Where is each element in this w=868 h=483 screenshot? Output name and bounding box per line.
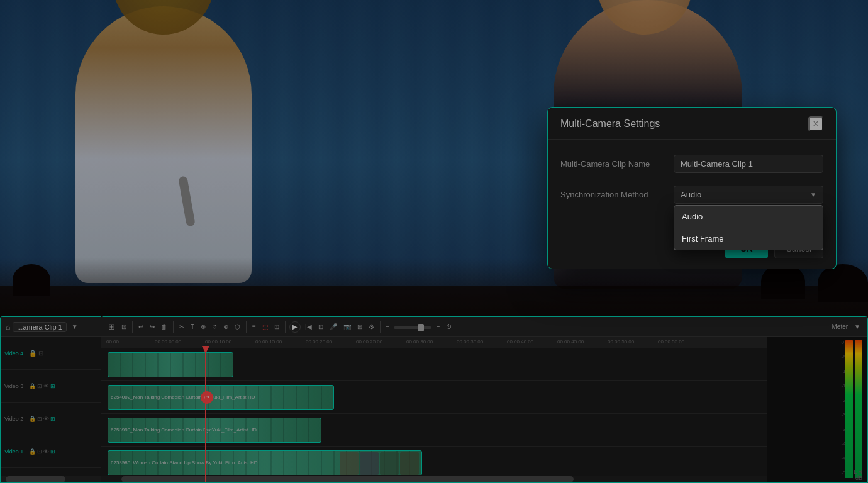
sync-method-value: Audio — [681, 190, 701, 199]
cam-icon[interactable]: ⊡ — [272, 322, 281, 331]
dialog-header: Multi-Camera Settings × — [548, 108, 836, 140]
timeline-panel: ⊞ ⊡ ↩ ↪ 🗑 ✂ T ⊕ ↺ ⊗ ⬡ ≡ ⬚ ⊡ ▶ |◀ ⊡ 🎤 📷 ⊞… — [101, 316, 868, 483]
track-row-video1: 6253985_Woman Curtain Stand Up Show By Y… — [101, 447, 767, 479]
split-icon[interactable]: ⊞ — [355, 322, 364, 331]
play-icon[interactable]: ▶ — [289, 321, 301, 333]
delete-icon[interactable]: 🗑 — [159, 322, 169, 331]
clip-video1[interactable]: 6253985_Woman Curtain Stand Up Show By Y… — [108, 450, 422, 475]
clip-name-field: Multi-Camera Clip Name — [560, 155, 823, 173]
track-controls-panel: ⌂ ...amera Clip 1 ▼ Video 4 🔒 ⊡ Video 3 … — [0, 316, 101, 483]
track-label-video1: Video 1 🔒 ⊡ 👁 ⊞ — [1, 435, 101, 468]
view-icon-v3[interactable]: ⊞ — [50, 383, 55, 389]
meter-arrow[interactable]: ▼ — [852, 322, 862, 331]
clip-icon-v1[interactable]: ⊡ — [37, 448, 42, 455]
meter-bars — [845, 340, 862, 478]
clock-icon[interactable]: ⏱ — [444, 322, 454, 331]
undo-icon[interactable]: ↩ — [136, 322, 145, 331]
timeline-h-scrollbar[interactable] — [101, 476, 767, 482]
dropdown-option-first-frame[interactable]: First Frame — [674, 228, 823, 250]
sync-method-select[interactable]: Audio ▼ — [674, 186, 823, 204]
time-4: 00:00:20:00 — [306, 339, 332, 345]
time-ruler: 00:00 00:00:05:00 00:00:10:00 00:00:15:0… — [101, 337, 767, 348]
tracks-area: 6254002_Man Talking Comedian Curtain By … — [101, 348, 767, 482]
timeline-content-area: 00:00 00:00:05:00 00:00:10:00 00:00:15:0… — [101, 337, 867, 482]
text-icon[interactable]: T — [189, 322, 196, 331]
settings-icon[interactable]: ⚙ — [367, 322, 376, 331]
lock-icon[interactable]: 🔒 — [29, 350, 36, 357]
time-10: 00:00:50:00 — [608, 339, 634, 345]
time-7: 00:00:35:00 — [457, 339, 483, 345]
lock-icon-v2[interactable]: 🔒 — [29, 416, 36, 422]
track-row-video2: 6253990_Man Talking Comedian Curtain Bye… — [101, 414, 767, 447]
multi-cam-icon[interactable]: ⊞ — [106, 321, 117, 333]
meter-bar-r — [855, 340, 862, 478]
cut-marker-v3[interactable]: ✂ — [201, 391, 213, 404]
time-11: 00:00:55:00 — [658, 339, 684, 345]
track-label-video4: Video 4 🔒 ⊡ — [1, 337, 101, 370]
eye-icon-v1[interactable]: 👁 — [43, 448, 49, 455]
stop-icon[interactable]: ⊡ — [316, 322, 325, 331]
time-0: 00:00 — [106, 339, 119, 345]
dialog-body: Multi-Camera Clip Name Synchronization M… — [548, 140, 836, 231]
clip-name-display[interactable]: ...amera Clip 1 — [13, 322, 67, 332]
prev-icon[interactable]: |◀ — [303, 322, 314, 331]
sync-dropdown-arrow: ▼ — [810, 191, 816, 198]
db-label: dB — [855, 475, 862, 481]
clip-icon-v3[interactable]: ⊡ — [37, 383, 42, 389]
clip-icon-v2[interactable]: ⊡ — [37, 416, 42, 422]
track-row-video4 — [101, 348, 767, 381]
time-9: 00:00:45:00 — [557, 339, 584, 345]
timeline-toolbar: ⊞ ⊡ ↩ ↪ 🗑 ✂ T ⊕ ↺ ⊗ ⬡ ≡ ⬚ ⊡ ▶ |◀ ⊡ 🎤 📷 ⊞… — [101, 317, 867, 337]
time-8: 00:00:40:00 — [507, 339, 533, 345]
time-5: 00:00:25:00 — [356, 339, 382, 345]
lock-icon-v3[interactable]: 🔒 — [29, 383, 36, 389]
h-scrollbar[interactable] — [1, 476, 101, 482]
clip-name-input[interactable] — [674, 155, 823, 173]
zoom-slider[interactable] — [394, 326, 431, 329]
track-label-video2: Video 2 🔒 ⊡ 👁 ⊞ — [1, 402, 101, 435]
sync-method-dropdown[interactable]: Audio First Frame — [674, 205, 823, 250]
grid-icon[interactable]: ⬚ — [260, 322, 270, 331]
time-3: 00:00:15:00 — [255, 339, 282, 345]
eye-icon-v2[interactable]: 👁 — [43, 416, 49, 422]
dialog-close-button[interactable]: × — [808, 116, 823, 131]
link-icon[interactable]: ⊡ — [120, 322, 128, 331]
clip-icon[interactable]: ⊡ — [38, 350, 43, 357]
track-label-video3: Video 3 🔒 ⊡ 👁 ⊞ — [1, 370, 101, 402]
sync-method-field: Synchronization Method Audio ▼ Audio Fir… — [560, 186, 823, 204]
multicam-settings-dialog[interactable]: Multi-Camera Settings × Multi-Camera Cli… — [547, 107, 837, 269]
meter-label: Meter — [830, 322, 850, 331]
cut-icon[interactable]: ✂ — [177, 322, 186, 331]
dialog-title: Multi-Camera Settings — [560, 118, 660, 130]
sync-method-select-wrapper: Audio ▼ Audio First Frame — [674, 186, 823, 204]
align-icon[interactable]: ≡ — [250, 322, 258, 331]
cam2-icon[interactable]: 📷 — [342, 322, 353, 331]
time-6: 00:00:30:00 — [406, 339, 433, 345]
view-icon-v2[interactable]: ⊞ — [50, 416, 55, 422]
sync-method-label: Synchronization Method — [560, 190, 674, 199]
add-icon[interactable]: ⊕ — [199, 322, 208, 331]
minus-icon[interactable]: − — [384, 322, 392, 331]
plus-icon[interactable]: + — [434, 322, 442, 331]
clip-name-label: Multi-Camera Clip Name — [560, 159, 674, 169]
clip-video2[interactable]: 6253990_Man Talking Comedian Curtain Bye… — [108, 418, 321, 443]
loop-icon[interactable]: ↺ — [210, 322, 219, 331]
home-icon[interactable]: ⌂ — [6, 323, 10, 331]
eye-icon-v3[interactable]: 👁 — [43, 383, 49, 389]
meter-panel: 0 -6 -12 -18 -24 -30 -36 -42 -48 -54 L R… — [767, 337, 867, 482]
dropdown-option-audio[interactable]: Audio — [674, 206, 823, 228]
view-icon-v1[interactable]: ⊞ — [50, 448, 55, 455]
clip-video4[interactable] — [108, 352, 233, 377]
clip-video3[interactable]: 6254002_Man Talking Comedian Curtain By … — [108, 385, 334, 410]
shape-icon[interactable]: ⬡ — [233, 322, 242, 331]
clip-dropdown-arrow[interactable]: ▼ — [72, 323, 78, 330]
close-icon[interactable]: ⊗ — [221, 322, 230, 331]
lock-icon-v1[interactable]: 🔒 — [29, 448, 36, 455]
tracks-region: 00:00 00:00:05:00 00:00:10:00 00:00:15:0… — [101, 337, 767, 482]
mic-icon[interactable]: 🎤 — [328, 322, 339, 331]
redo-icon[interactable]: ↪ — [148, 322, 157, 331]
time-1: 00:00:05:00 — [155, 339, 181, 345]
track-row-video3: 6254002_Man Talking Comedian Curtain By … — [101, 381, 767, 414]
time-2: 00:00:10:00 — [205, 339, 231, 345]
timeline-header: ⌂ ...amera Clip 1 ▼ — [1, 317, 101, 337]
